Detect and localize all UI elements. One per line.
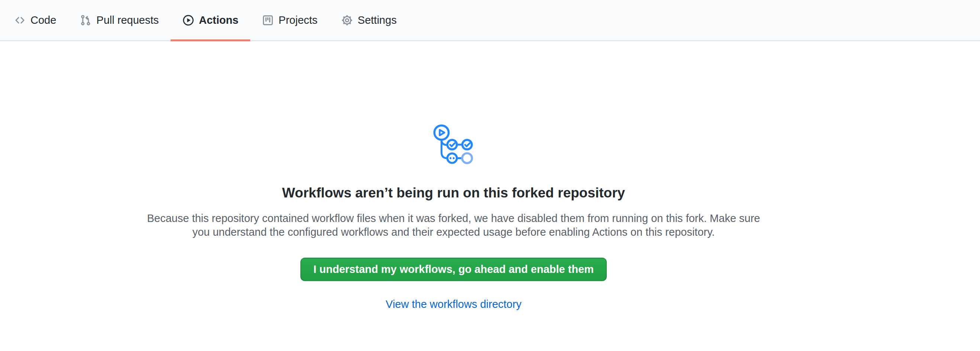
code-icon [14,14,25,26]
tab-actions[interactable]: Actions [171,0,250,40]
project-icon [262,14,274,26]
blankslate-heading: Workflows aren’t being run on this forke… [0,184,907,202]
tab-settings[interactable]: Settings [329,0,409,40]
tab-label: Code [30,14,56,26]
tab-label: Settings [358,14,397,26]
view-workflows-directory-link[interactable]: View the workflows directory [385,298,521,310]
play-circle-icon [183,14,194,26]
git-pull-request-icon [80,14,91,26]
workflow-graph-icon [433,124,475,166]
repo-tab-bar: Code Pull requests Actions [0,0,980,41]
tab-projects[interactable]: Projects [250,0,329,40]
tab-label: Projects [278,14,318,26]
tab-label: Actions [199,14,238,26]
actions-blankslate: Workflows aren’t being run on this forke… [0,41,907,310]
gear-icon [341,14,353,26]
tab-code[interactable]: Code [2,0,68,40]
enable-workflows-button[interactable]: I understand my workflows, go ahead and … [301,258,607,281]
blankslate-description: Because this repository contained workfl… [143,211,764,239]
tab-pull-requests[interactable]: Pull requests [68,0,171,40]
tab-label: Pull requests [96,14,159,26]
secondary-action-row: View the workflows directory [0,298,907,310]
